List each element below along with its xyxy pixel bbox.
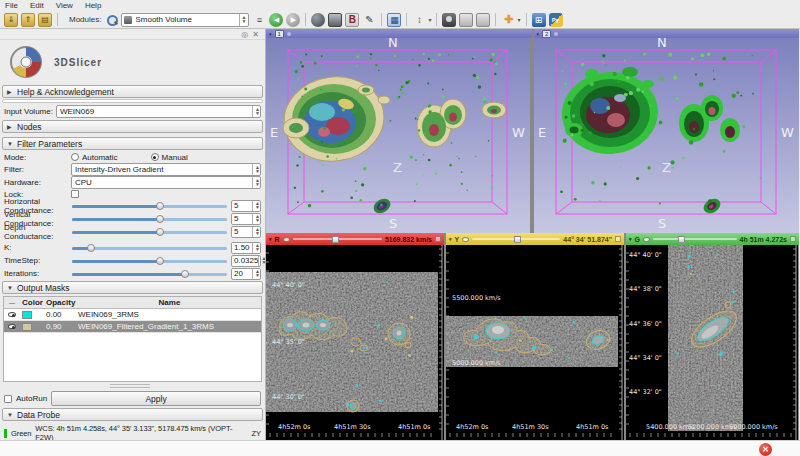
filter-selector[interactable]: Intensity-Driven Gradient ▲▼: [71, 163, 261, 176]
panel-pin-icon[interactable]: ◎: [241, 30, 248, 39]
visibility-eye-icon[interactable]: [8, 312, 16, 317]
autorun-label[interactable]: AutoRun: [16, 394, 47, 403]
threed-view-2[interactable]: ▾ 2 Z: [534, 29, 800, 233]
splitter-handle[interactable]: [110, 384, 150, 388]
extensions-icon[interactable]: ⊞: [532, 13, 546, 27]
cube-icon[interactable]: [328, 13, 342, 27]
beams-icon[interactable]: B: [345, 13, 359, 27]
yellow-slice-canvas[interactable]: 5500.000 km/s 5000.000 km/s 4h52m 0s 4h5…: [446, 245, 624, 441]
forward-icon[interactable]: ▶: [286, 13, 300, 27]
iterations-slider[interactable]: [72, 269, 227, 278]
add-icon[interactable]: ✚: [501, 13, 515, 27]
filter-params-header[interactable]: ▼ Filter Parameters: [2, 137, 263, 150]
color-swatch[interactable]: [22, 323, 32, 331]
slice-menu-icon[interactable]: ▾: [629, 236, 632, 242]
menu-edit[interactable]: Edit: [30, 1, 44, 10]
help-section-header[interactable]: ▶ Help & Acknowledgement: [2, 85, 263, 98]
k-spinbox[interactable]: 1.50▲▼: [231, 242, 261, 254]
slice-color-chip[interactable]: [435, 236, 441, 242]
dropdown-arrow-icon[interactable]: ▾: [428, 16, 431, 23]
input-volume-selector[interactable]: WEIN069 ▲▼: [56, 105, 261, 118]
color-swatch[interactable]: [22, 311, 32, 319]
combo-arrows-icon[interactable]: ▲▼: [252, 164, 260, 175]
modules-search-icon[interactable]: [106, 14, 118, 26]
view-menu-icon[interactable]: ▾: [537, 31, 540, 37]
data-probe-header[interactable]: ▼ Data Probe: [2, 408, 263, 421]
red-slice-bar[interactable]: ▾ R 5169.832 km/s: [266, 233, 444, 245]
annotate-icon[interactable]: ✎: [362, 13, 376, 27]
horizontal-conductance-slider[interactable]: [72, 201, 227, 210]
vertical-conductance-slider[interactable]: [72, 214, 227, 223]
scene-view-icon[interactable]: [459, 13, 473, 27]
apply-button[interactable]: Apply: [51, 391, 261, 406]
python-icon[interactable]: Py: [549, 13, 563, 27]
vertical-conductance-spinbox[interactable]: 5▲▼: [231, 213, 261, 225]
yellow-slice-slider[interactable]: [472, 236, 560, 243]
red-slice-view[interactable]: ▾ R 5169.832 km/s: [266, 233, 444, 441]
module-selector[interactable]: Smooth Volume ▲▼: [121, 13, 249, 27]
mask-row-selected[interactable]: 0.90 WEIN069_Filtered_Gradient_1_3RMS: [4, 321, 261, 333]
layout-icon[interactable]: ▦: [387, 13, 401, 27]
combo-arrows-icon[interactable]: ▲▼: [239, 14, 247, 26]
threed-canvas-2[interactable]: Z: [534, 38, 799, 233]
iterations-spinbox[interactable]: 20▲▼: [231, 268, 261, 280]
slice-color-chip[interactable]: [790, 236, 796, 242]
slice-color-chip[interactable]: [615, 236, 621, 242]
autorun-checkbox[interactable]: [4, 395, 12, 403]
view-dot-icon[interactable]: [554, 32, 558, 36]
back-icon[interactable]: ◀: [269, 13, 283, 27]
output-masks-header[interactable]: ▼ Output Masks: [2, 281, 263, 294]
depth-conductance-slider[interactable]: [72, 227, 227, 236]
red-slice-canvas[interactable]: 44° 40' 0" 44° 35' 0" 44° 30' 0" 4h52m 0…: [266, 245, 444, 441]
green-slice-view[interactable]: ▾ G 4h 51m 4.272s: [626, 233, 799, 441]
mode-automatic-radio[interactable]: [71, 153, 79, 161]
green-slice-canvas[interactable]: 44° 40' 0" 44° 38' 0" 44° 36' 0" 44° 34'…: [626, 245, 798, 441]
green-slice-slider[interactable]: [653, 236, 737, 243]
save-data-icon[interactable]: ▤: [38, 13, 52, 27]
opacity-value[interactable]: 0.90: [46, 322, 78, 331]
depth-conductance-spinbox[interactable]: 5▲▼: [231, 226, 261, 238]
horizontal-conductance-spinbox[interactable]: 5▲▼: [231, 200, 261, 212]
red-slice-slider[interactable]: [293, 236, 382, 243]
threed-view-1-bar[interactable]: ▾ 1: [266, 29, 532, 38]
mask-name[interactable]: WEIN069_3RMS: [78, 310, 261, 319]
yellow-slice-view[interactable]: ▾ Y 44° 34' 51.874": [446, 233, 624, 441]
mode-manual-label[interactable]: Manual: [162, 153, 188, 162]
menu-file[interactable]: File: [5, 1, 18, 10]
mask-row[interactable]: 0.00 WEIN069_3RMS: [4, 309, 261, 321]
slice-visibility-icon[interactable]: [283, 237, 290, 242]
dropdown-arrow-icon[interactable]: ▾: [517, 16, 520, 23]
mode-manual-radio[interactable]: [151, 153, 159, 161]
nodes-section-header[interactable]: ▶ Nodes: [2, 120, 263, 133]
k-slider[interactable]: [72, 243, 227, 252]
slice-visibility-icon[interactable]: [462, 237, 469, 242]
view-dot-icon[interactable]: [287, 32, 291, 36]
threed-view-1[interactable]: ▾ 1 Z: [266, 29, 532, 233]
green-slice-bar[interactable]: ▾ G 4h 51m 4.272s: [626, 233, 799, 245]
slice-menu-icon[interactable]: ▾: [449, 236, 452, 242]
combo-arrows-icon[interactable]: ▲▼: [252, 106, 260, 117]
modules-history-icon[interactable]: ≡: [252, 13, 266, 27]
mode-automatic-label[interactable]: Automatic: [82, 153, 118, 162]
error-log-button[interactable]: ✕: [759, 443, 772, 456]
yellow-slice-bar[interactable]: ▾ Y 44° 34' 51.874": [446, 233, 624, 245]
view-menu-icon[interactable]: ▾: [269, 31, 272, 37]
threed-view-2-bar[interactable]: ▾ 2: [534, 29, 800, 38]
mouse-mode-icon[interactable]: ↕: [412, 13, 426, 27]
timestep-spinbox[interactable]: 0.0325▲▼: [231, 255, 261, 267]
slice-visibility-icon[interactable]: [643, 237, 650, 242]
scene-restore-icon[interactable]: [476, 13, 490, 27]
hardware-selector[interactable]: CPU ▲▼: [71, 176, 261, 189]
sphere-icon[interactable]: [311, 13, 325, 27]
menu-help[interactable]: Help: [85, 1, 101, 10]
load-dicom-icon[interactable]: ⇓: [4, 13, 18, 27]
visibility-eye-icon[interactable]: [8, 324, 16, 329]
load-data-icon[interactable]: ⇑: [21, 13, 35, 27]
panel-close-icon[interactable]: ✕: [252, 30, 259, 39]
threed-canvas-1[interactable]: Z: [266, 38, 530, 233]
menu-view[interactable]: View: [56, 1, 73, 10]
opacity-value[interactable]: 0.00: [46, 310, 78, 319]
timestep-slider[interactable]: [72, 256, 227, 265]
slice-menu-icon[interactable]: ▾: [269, 236, 272, 242]
combo-arrows-icon[interactable]: ▲▼: [252, 177, 260, 188]
